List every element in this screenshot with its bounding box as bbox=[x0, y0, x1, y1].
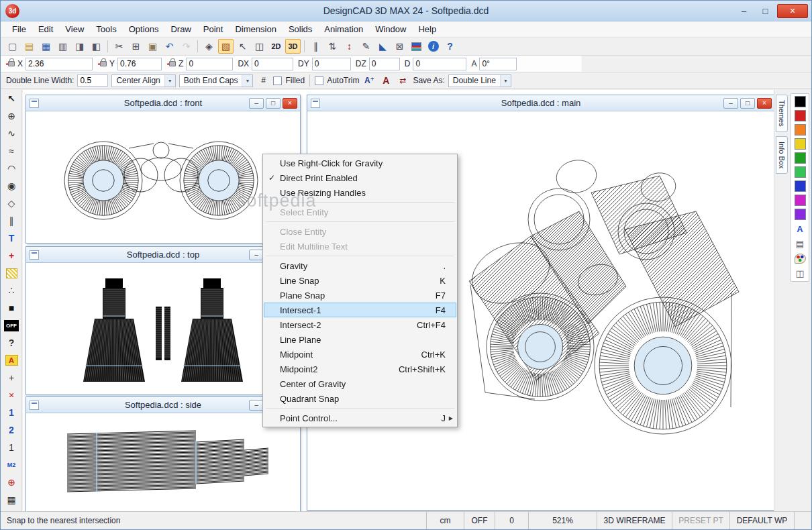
coord-input-x[interactable] bbox=[26, 58, 93, 70]
front-view-canvas[interactable] bbox=[28, 112, 298, 241]
coord-input-dz[interactable] bbox=[369, 58, 400, 70]
filled-checkbox[interactable] bbox=[273, 76, 282, 85]
context-item-direct-print-enabled[interactable]: ✓Direct Print Enabled bbox=[264, 170, 456, 185]
menu-item-dimension[interactable]: Dimension bbox=[229, 22, 282, 36]
color-swatch-6[interactable] bbox=[795, 166, 806, 178]
status-off[interactable]: OFF bbox=[464, 512, 495, 529]
move-point-icon[interactable]: ⊕ bbox=[3, 107, 20, 125]
render-net-icon[interactable]: ◫ bbox=[794, 267, 806, 279]
coord-input-a[interactable] bbox=[479, 58, 517, 70]
context-item-center-of-gravity[interactable]: Center of Gravity bbox=[264, 376, 456, 391]
align-combobox[interactable]: Center Align ▼ bbox=[111, 74, 175, 87]
panel-tab-themes[interactable]: Themes bbox=[776, 95, 788, 132]
status-3d-wireframe[interactable]: 3D WIREFRAME bbox=[597, 512, 672, 529]
context-item-intersect-1[interactable]: Intersect-1F4 bbox=[264, 303, 456, 317]
color-swatch-8[interactable] bbox=[795, 195, 806, 206]
point-1-icon[interactable]: 1 bbox=[3, 404, 20, 421]
status-default-wp[interactable]: DEFAULT WP bbox=[729, 512, 794, 529]
toolbar-layer-colors-icon[interactable] bbox=[409, 39, 424, 54]
context-item-intersect-2[interactable]: Intersect-2Ctrl+F4 bbox=[264, 317, 456, 332]
child-minimize-button[interactable]: – bbox=[249, 400, 264, 411]
color-swatch-7[interactable] bbox=[795, 180, 806, 192]
side-view-canvas[interactable] bbox=[28, 414, 298, 511]
endcaps-combobox[interactable]: Both End Caps ▼ bbox=[179, 74, 254, 87]
toolbar-redo-icon[interactable]: ↷ bbox=[179, 39, 194, 54]
diamond-icon[interactable]: ◇ bbox=[3, 195, 20, 212]
toolbar-info-icon[interactable]: i bbox=[425, 39, 441, 54]
coord-input-z[interactable] bbox=[186, 58, 233, 70]
context-item-quadrant-snap[interactable]: Quadrant Snap bbox=[264, 391, 456, 406]
drawing-area-side[interactable] bbox=[28, 414, 298, 511]
arc-icon[interactable]: ◠ bbox=[3, 160, 20, 177]
context-item-midpoint[interactable]: MidpointCtrl+K bbox=[264, 347, 456, 362]
toolbar-set-square-icon[interactable]: ◣ bbox=[375, 39, 391, 54]
color-swatch-9[interactable] bbox=[795, 209, 806, 220]
child-minimize-button[interactable]: – bbox=[249, 250, 264, 260]
text-style-icon[interactable]: A bbox=[379, 74, 393, 87]
toolbar-undo-icon[interactable]: ↶ bbox=[162, 39, 177, 54]
text-plus-icon[interactable]: A⁺ bbox=[362, 74, 376, 87]
m2-icon[interactable]: M2 bbox=[3, 456, 20, 474]
color-swatch-3[interactable] bbox=[795, 124, 806, 136]
lock-icon[interactable] bbox=[169, 61, 176, 66]
save-as-combobox[interactable]: Double Line ▼ bbox=[448, 74, 511, 87]
point-add-icon[interactable]: + bbox=[3, 369, 20, 386]
toolbar-cut-icon[interactable]: ✂ bbox=[111, 39, 127, 54]
select-arrow-icon[interactable]: ↖ bbox=[3, 90, 20, 107]
toolbar-paste-icon[interactable]: ▣ bbox=[145, 39, 160, 54]
toolbar-pencil-icon[interactable]: ✎ bbox=[358, 39, 374, 54]
lock-icon[interactable] bbox=[100, 61, 107, 66]
toolbar-copy-icon[interactable]: ⊞ bbox=[128, 39, 144, 54]
color-swatch-2[interactable] bbox=[795, 110, 806, 121]
dot-array-icon[interactable]: ∴ bbox=[3, 282, 20, 299]
query-cursor-icon[interactable]: ? bbox=[3, 334, 20, 352]
resize-grip[interactable] bbox=[794, 512, 811, 529]
status-preset-pt[interactable]: PRESET PT bbox=[672, 512, 729, 529]
grid-window-icon[interactable]: ▦ bbox=[3, 491, 20, 509]
coord-input-y[interactable] bbox=[117, 58, 162, 70]
context-item-point-control[interactable]: Point Control...J▶ bbox=[264, 411, 456, 425]
context-item-gravity[interactable]: Gravity. bbox=[264, 258, 456, 273]
text-attr-icon[interactable]: A bbox=[794, 223, 806, 235]
lock-icon[interactable] bbox=[8, 61, 15, 66]
maximize-button[interactable]: □ bbox=[756, 4, 775, 18]
toolbar-snap-line-icon[interactable]: ↕ bbox=[342, 39, 357, 54]
coord-input-dy[interactable] bbox=[312, 58, 351, 70]
menu-item-file[interactable]: File bbox=[6, 22, 32, 36]
child-maximize-button[interactable]: □ bbox=[740, 98, 755, 109]
child-minimize-button[interactable]: – bbox=[723, 98, 738, 109]
text-warning-icon[interactable]: A bbox=[3, 352, 20, 369]
toolbar-vertical-flip-icon[interactable]: ⇅ bbox=[325, 39, 340, 54]
origin-snap-icon[interactable]: ⊕ bbox=[3, 474, 20, 491]
toolbar-grid-snap-icon[interactable]: ⊠ bbox=[392, 39, 407, 54]
menu-item-solids[interactable]: Solids bbox=[283, 22, 318, 36]
status-521[interactable]: 521% bbox=[528, 512, 597, 529]
palette-icon[interactable] bbox=[794, 252, 806, 264]
toolbar-parallel-lines-icon[interactable]: ∥ bbox=[308, 39, 323, 54]
solid-fill-icon[interactable]: ■ bbox=[3, 299, 20, 317]
menu-item-animation[interactable]: Animation bbox=[318, 22, 369, 36]
menu-item-help[interactable]: Help bbox=[412, 22, 442, 36]
spline-icon[interactable]: ∿ bbox=[3, 125, 20, 142]
context-item-line-plane[interactable]: Line Plane bbox=[264, 332, 456, 347]
child-minimize-button[interactable]: – bbox=[249, 98, 264, 109]
snap-off-icon[interactable]: OFF bbox=[3, 317, 20, 334]
toolbar-drag-mode-icon[interactable]: ◈ bbox=[201, 39, 217, 54]
context-item-use-right-click-for-gravity[interactable]: Use Right-Click for Gravity bbox=[264, 156, 456, 170]
toolbar-print-setup-icon[interactable]: ◧ bbox=[89, 39, 104, 54]
toolbar-save-icon[interactable]: ▦ bbox=[38, 39, 54, 54]
drawing-area-front[interactable] bbox=[28, 112, 298, 241]
double-line-width-input[interactable] bbox=[77, 74, 108, 87]
color-swatch-5[interactable] bbox=[795, 152, 806, 164]
status-0[interactable]: 0 bbox=[495, 512, 528, 529]
toolbar-print-icon[interactable]: ▥ bbox=[55, 39, 70, 54]
context-item-line-snap[interactable]: Line SnapK bbox=[264, 273, 456, 288]
zigzag-icon[interactable]: ≈ bbox=[3, 142, 20, 160]
point-2-icon[interactable]: 2 bbox=[3, 421, 20, 439]
point-delete-icon[interactable]: × bbox=[3, 386, 20, 404]
handle-select-icon[interactable]: ▤ bbox=[794, 237, 806, 250]
child-close-button[interactable]: × bbox=[757, 98, 772, 109]
close-button[interactable]: × bbox=[777, 4, 808, 18]
menu-item-tools[interactable]: Tools bbox=[90, 22, 122, 36]
toolbar-selection-edit-icon[interactable]: ▧ bbox=[218, 39, 234, 54]
